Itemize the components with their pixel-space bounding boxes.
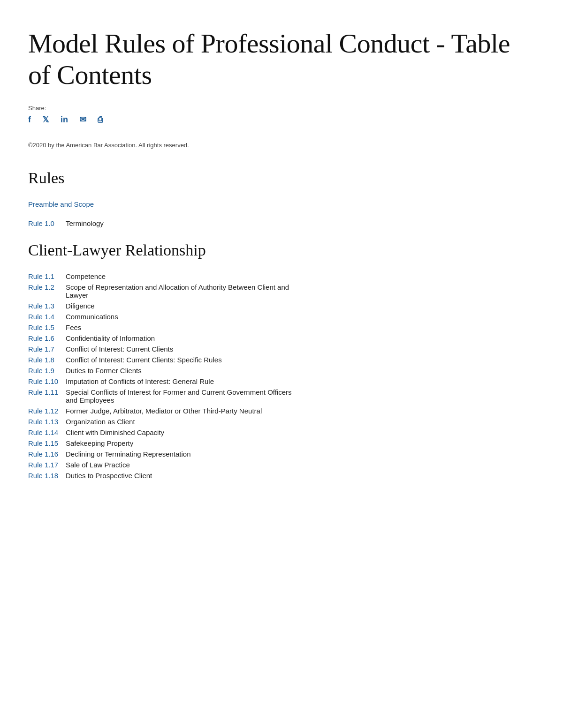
rule-1-3-title: Diligence	[66, 302, 95, 310]
rule-1-7-link[interactable]: Rule 1.7	[28, 345, 66, 353]
rule-row-1-15: Rule 1.15 Safekeeping Property	[28, 439, 525, 447]
twitter-icon[interactable]: 𝕏	[42, 114, 49, 125]
rule-1-11-link[interactable]: Rule 1.11	[28, 388, 66, 396]
rule-1-1-title: Competence	[66, 272, 106, 280]
rule-1-5-link[interactable]: Rule 1.5	[28, 323, 66, 331]
rule-row-1-4: Rule 1.4 Communications	[28, 313, 525, 321]
linkedin-icon[interactable]: in	[61, 115, 68, 125]
rule-1-14-title: Client with Diminished Capacity	[66, 428, 164, 436]
rule-1-12-link[interactable]: Rule 1.12	[28, 407, 66, 415]
rule-row-1-3: Rule 1.3 Diligence	[28, 302, 525, 310]
rule-1-0-link[interactable]: Rule 1.0	[28, 219, 66, 227]
rule-1-3-link[interactable]: Rule 1.3	[28, 302, 66, 310]
rule-row-1-16: Rule 1.16 Declining or Terminating Repre…	[28, 450, 525, 458]
rule-1-9-link[interactable]: Rule 1.9	[28, 367, 66, 375]
client-lawyer-section: Client-Lawyer Relationship Rule 1.1 Comp…	[28, 241, 525, 480]
client-lawyer-heading: Client-Lawyer Relationship	[28, 241, 525, 259]
rule-1-14-link[interactable]: Rule 1.14	[28, 428, 66, 436]
rule-1-13-title: Organization as Client	[66, 418, 135, 426]
share-section: Share: f 𝕏 in ✉ ⎙	[28, 105, 525, 125]
rule-1-8-title: Conflict of Interest: Current Clients: S…	[66, 356, 222, 364]
rule-row-1-13: Rule 1.13 Organization as Client	[28, 418, 525, 426]
rule-1-4-link[interactable]: Rule 1.4	[28, 313, 66, 321]
rule-1-6-title: Confidentiality of Information	[66, 334, 155, 342]
print-icon[interactable]: ⎙	[98, 115, 103, 125]
rule-1-10-link[interactable]: Rule 1.10	[28, 377, 66, 385]
rule-row-1-2: Rule 1.2 Scope of Representation and All…	[28, 283, 525, 299]
rule-1-18-title: Duties to Prospective Client	[66, 472, 152, 480]
rule-row-1-6: Rule 1.6 Confidentiality of Information	[28, 334, 525, 342]
rule-row-1-18: Rule 1.18 Duties to Prospective Client	[28, 472, 525, 480]
rule-row-1-10: Rule 1.10 Imputation of Conflicts of Int…	[28, 377, 525, 385]
rule-1-12-title: Former Judge, Arbitrator, Mediator or Ot…	[66, 407, 262, 415]
rule-1-4-title: Communications	[66, 313, 118, 321]
rule-row-1-5: Rule 1.5 Fees	[28, 323, 525, 331]
rule-1-15-link[interactable]: Rule 1.15	[28, 439, 66, 447]
rule-1-17-title: Sale of Law Practice	[66, 461, 130, 469]
rules-section: Rules Preamble and Scope Rule 1.0 Termin…	[28, 169, 525, 227]
rule-1-17-link[interactable]: Rule 1.17	[28, 461, 66, 469]
rule-row-1-12: Rule 1.12 Former Judge, Arbitrator, Medi…	[28, 407, 525, 415]
client-lawyer-rules-list: Rule 1.1 Competence Rule 1.2 Scope of Re…	[28, 272, 525, 480]
rule-1-2-title: Scope of Representation and Allocation o…	[66, 283, 289, 291]
rule-1-16-title: Declining or Terminating Representation	[66, 450, 191, 458]
preamble-scope-link[interactable]: Preamble and Scope	[28, 200, 525, 208]
rule-1-18-link[interactable]: Rule 1.18	[28, 472, 66, 480]
rule-1-16-link[interactable]: Rule 1.16	[28, 450, 66, 458]
rule-1-11-title: Special Conflicts of Interest for Former…	[66, 388, 292, 396]
rule-row-1-14: Rule 1.14 Client with Diminished Capacit…	[28, 428, 525, 436]
rule-row-1-17: Rule 1.17 Sale of Law Practice	[28, 461, 525, 469]
rules-heading: Rules	[28, 169, 525, 187]
rule-1-7-title: Conflict of Interest: Current Clients	[66, 345, 173, 353]
email-icon[interactable]: ✉	[79, 114, 86, 125]
share-icons-row: f 𝕏 in ✉ ⎙	[28, 114, 525, 125]
rule-row-1-1: Rule 1.1 Competence	[28, 272, 525, 280]
rule-row-1-0: Rule 1.0 Terminology	[28, 219, 525, 227]
rule-row-1-9: Rule 1.9 Duties to Former Clients	[28, 367, 525, 375]
rule-1-11-title-cont: and Employees	[28, 396, 525, 404]
rule-1-0-title: Terminology	[66, 219, 104, 227]
rule-row-1-7: Rule 1.7 Conflict of Interest: Current C…	[28, 345, 525, 353]
copyright-text: ©2020 by the American Bar Association. A…	[28, 142, 525, 149]
rule-1-9-title: Duties to Former Clients	[66, 367, 142, 375]
rule-row-1-8: Rule 1.8 Conflict of Interest: Current C…	[28, 356, 525, 364]
rule-row-1-11: Rule 1.11 Special Conflicts of Interest …	[28, 388, 525, 404]
rule-1-6-link[interactable]: Rule 1.6	[28, 334, 66, 342]
rule-1-8-link[interactable]: Rule 1.8	[28, 356, 66, 364]
rule-1-2-link[interactable]: Rule 1.2	[28, 283, 66, 291]
rule-1-10-title: Imputation of Conflicts of Interest: Gen…	[66, 377, 214, 385]
rule-1-13-link[interactable]: Rule 1.13	[28, 418, 66, 426]
rule-1-1-link[interactable]: Rule 1.1	[28, 272, 66, 280]
rule-1-2-title-cont: Lawyer	[28, 291, 525, 299]
page-title: Model Rules of Professional Conduct - Ta…	[28, 28, 525, 90]
share-label: Share:	[28, 105, 525, 112]
facebook-icon[interactable]: f	[28, 115, 31, 125]
rule-1-15-title: Safekeeping Property	[66, 439, 133, 447]
rule-1-5-title: Fees	[66, 323, 81, 331]
